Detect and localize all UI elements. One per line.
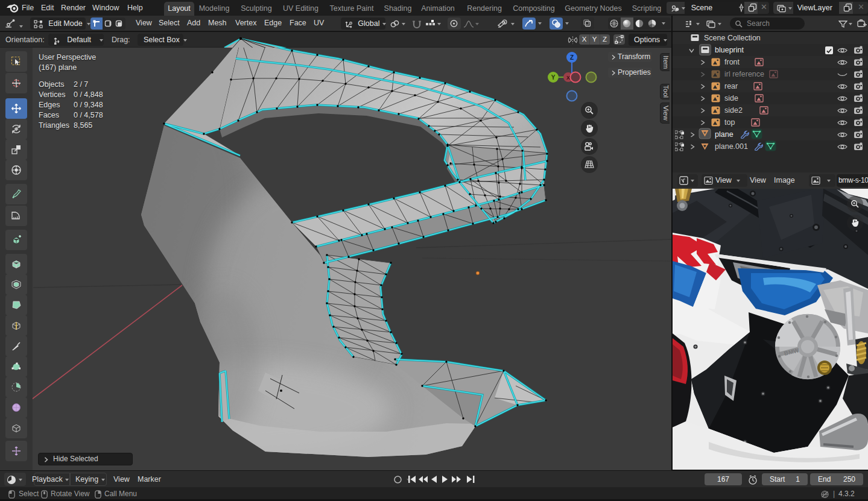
svg-text:X: X [566,75,570,81]
svg-text:Y: Y [551,74,556,81]
svg-text:Z: Z [570,54,574,61]
